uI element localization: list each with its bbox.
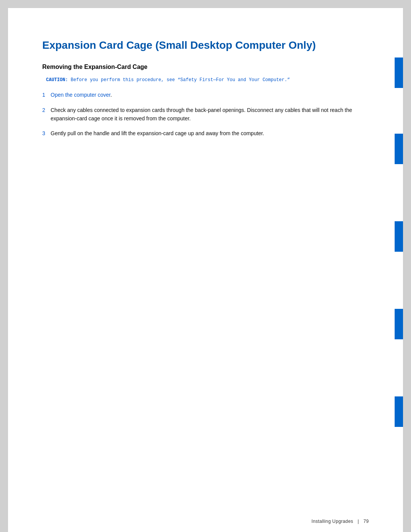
step-1: 1 Open the computer cover. (42, 91, 369, 99)
step-2-text: Check any cables connected to expansion … (51, 106, 369, 123)
caution-block: CAUTION: Before you perform this procedu… (42, 77, 369, 83)
caution-text-before: Before you perform this procedure, see “ (68, 77, 180, 83)
right-tabs (395, 8, 403, 532)
footer-page-number: 79 (363, 519, 369, 524)
step-3-text: Gently pull on the handle and lift the e… (51, 129, 369, 138)
step-1-link[interactable]: Open the computer cover (51, 92, 110, 98)
footer-separator: | (358, 519, 359, 524)
step-3: 3 Gently pull on the handle and lift the… (42, 129, 369, 138)
page-content: Expansion Card Cage (Small Desktop Compu… (8, 8, 403, 532)
page-container: Expansion Card Cage (Small Desktop Compu… (8, 8, 403, 532)
step-2-number: 2 (42, 106, 51, 123)
step-3-number: 3 (42, 129, 51, 138)
right-tab-5[interactable] (395, 396, 403, 427)
right-tab-3[interactable] (395, 221, 403, 252)
section-heading: Removing the Expansion-Card Cage (42, 64, 369, 70)
caution-label: CAUTION: (46, 77, 68, 83)
caution-text-after: .” (285, 77, 290, 83)
page-footer: Installing Upgrades | 79 (311, 519, 369, 524)
step-2: 2 Check any cables connected to expansio… (42, 106, 369, 123)
right-tab-4[interactable] (395, 309, 403, 339)
step-1-text-after: . (110, 92, 112, 98)
step-1-number: 1 (42, 91, 51, 99)
step-1-text: Open the computer cover. (51, 91, 369, 99)
caution-link[interactable]: Safety First—For You and Your Computer (180, 77, 285, 83)
footer-label: Installing Upgrades (311, 519, 353, 524)
steps-list: 1 Open the computer cover. 2 Check any c… (42, 91, 369, 138)
right-tab-1[interactable] (395, 58, 403, 88)
right-tab-2[interactable] (395, 134, 403, 164)
page-title: Expansion Card Cage (Small Desktop Compu… (42, 38, 369, 52)
